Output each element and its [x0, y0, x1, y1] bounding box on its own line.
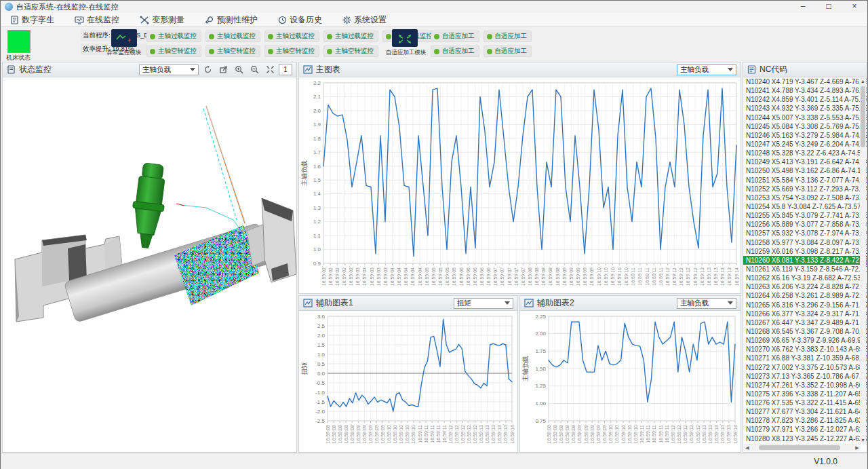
menu-item-online-monitor[interactable]: 在线监控: [71, 13, 126, 27]
svg-text:1.2: 1.2: [313, 219, 321, 225]
maximize-button[interactable]: □: [816, 1, 842, 13]
nc-line[interactable]: N10241 X4.788 Y-3.434 Z-4.893 A-76.062: [743, 86, 867, 95]
panel-title: 辅助图表1: [316, 297, 353, 309]
machine-3d-view[interactable]: [3, 77, 296, 452]
nc-line[interactable]: N10266 X6.377 Y-3.324 Z-9.317 A-71.443: [743, 309, 867, 318]
nc-vertical-scrollbar[interactable]: ▲ ▼: [860, 78, 866, 444]
nc-line[interactable]: N10262 X6.16 Y-3.19 Z-8.682 A-72.534 C: [743, 274, 867, 282]
main-chart-signal-dropdown[interactable]: 主轴负载: [677, 64, 736, 75]
svg-text:16:59:13: 16:59:13: [503, 425, 508, 443]
svg-text:16:59:09: 16:59:09: [374, 425, 379, 443]
nc-line[interactable]: N10251 X5.584 Y-3.136 Z-7.077 A-74.012: [743, 176, 867, 185]
nc-horizontal-scrollbar[interactable]: ◀ ▶: [744, 444, 861, 451]
nc-line[interactable]: N10274 X7.261 Y-3.352 Z-10.998 A-66.67: [743, 381, 867, 390]
viewer-signal-dropdown[interactable]: 主轴负载: [139, 64, 199, 75]
nc-line[interactable]: N10268 X6.545 Y-3.367 Z-9.708 A-70.519: [743, 327, 867, 336]
close-button[interactable]: ×: [842, 1, 867, 13]
overload-monitor-button[interactable]: 主轴过载监控: [146, 31, 201, 42]
overload-monitor-button[interactable]: 主轴过载监控: [323, 31, 378, 42]
zoom-out-button[interactable]: [248, 63, 261, 76]
minimize-button[interactable]: –: [790, 1, 816, 13]
scrollbar-thumb[interactable]: [861, 86, 865, 147]
nc-line[interactable]: N10261 X6.119 Y-3.159 Z-8.546 A-72.701: [743, 265, 867, 274]
aux1-signal-dropdown[interactable]: 扭矩: [454, 298, 513, 309]
nc-line[interactable]: N10245 X5.084 Y-3.308 Z-5.769 A-75.088: [743, 122, 867, 131]
nc-line[interactable]: N10258 X5.977 Y-3.084 Z-8.097 A-73.138: [743, 238, 867, 247]
menu-item-deformation-measure[interactable]: 变形测量: [136, 13, 191, 27]
nc-line[interactable]: N10253 X5.754 Y-3.092 Z-7.508 A-73.677: [743, 193, 867, 202]
nc-code-list[interactable]: N10240 X4.719 Y-3.467 Z-4.669 A-76.396N1…: [743, 77, 867, 444]
nc-line[interactable]: N10272 X7.002 Y-3.375 Z-10.573 A-68.05: [743, 363, 867, 372]
nc-line[interactable]: N10242 X4.859 Y-3.401 Z-5.114 A-75.775: [743, 95, 867, 104]
adaptive-machining-button[interactable]: 自适应加工: [484, 45, 532, 57]
adaptive-machining-button[interactable]: 自适应加工: [431, 31, 479, 42]
abnormal-monitor-module[interactable]: 异常监控模块: [105, 29, 143, 57]
nc-line[interactable]: N10260 X6.081 Y-3.133 Z-8.422 A-72.835: [743, 256, 867, 265]
nc-line[interactable]: N10269 X6.65 Y-3.379 Z-9.926 A-69.947 C: [743, 336, 867, 345]
scroll-left-icon[interactable]: ◀: [744, 445, 751, 451]
nc-line[interactable]: N10275 X7.396 Y-3.338 Z-11.207 A-65.95: [743, 390, 867, 398]
nc-line[interactable]: N10254 X5.8 Y-3.084 Z-7.625 A-73.571 C: [743, 202, 867, 211]
idle-monitor-button[interactable]: 主轴空转监控: [264, 45, 319, 57]
aux2-signal-dropdown[interactable]: 主轴负载: [677, 298, 736, 309]
status-dot-icon: [434, 34, 439, 39]
nc-line[interactable]: N10271 X6.88 Y-3.381 Z-10.359 A-68.711: [743, 354, 867, 362]
menu-item-device-history[interactable]: 设备历史: [274, 13, 329, 27]
adaptive-machining-module[interactable]: 自适应加工模块: [386, 29, 424, 57]
nc-line[interactable]: N10240 X4.719 Y-3.467 Z-4.669 A-76.396: [743, 77, 867, 86]
svg-text:16:59:11: 16:59:11: [658, 425, 663, 443]
nc-line[interactable]: N10279 X7.971 Y-3.266 Z-12.027 A-62.98: [743, 425, 867, 434]
nc-line[interactable]: N10265 X6.316 Y-3.296 Z-9.156 A-71.771: [743, 301, 867, 309]
nc-line[interactable]: N10244 X5.007 Y-3.338 Z-5.553 A-75.297: [743, 113, 867, 122]
nc-line[interactable]: N10249 X5.413 Y-3.191 Z-6.642 A-74.346: [743, 157, 867, 166]
nc-line[interactable]: N10280 X8.123 Y-3.245 Z-12.227 A-62.23: [743, 434, 867, 443]
nc-line[interactable]: N10263 X6.206 Y-3.224 Z-8.828 A-72.33 C: [743, 282, 867, 291]
rotate-view-button[interactable]: [201, 63, 214, 76]
zoom-level-box[interactable]: 1: [279, 64, 292, 75]
scroll-right-icon[interactable]: ▶: [854, 445, 861, 451]
nc-line[interactable]: N10277 X7.677 Y-3.304 Z-11.621 A-64.48: [743, 407, 867, 416]
nc-line[interactable]: N10246 X5.163 Y-3.279 Z-5.984 A-74.892: [743, 131, 867, 140]
menu-item-predictive-maintenance[interactable]: 预测性维护: [201, 13, 264, 27]
svg-text:16:59:10: 16:59:10: [387, 425, 391, 443]
idle-monitor-button[interactable]: 主轴空转监控: [323, 45, 378, 57]
scroll-down-icon[interactable]: ▼: [860, 437, 866, 444]
adaptive-machining-button[interactable]: 自适应加工: [431, 45, 479, 57]
nc-line[interactable]: N10264 X6.258 Y-3.261 Z-8.989 A-72.072: [743, 291, 867, 300]
svg-text:16:59:03: 16:59:03: [362, 267, 367, 286]
svg-text:0.0: 0.0: [317, 371, 326, 377]
svg-text:16:59:13: 16:59:13: [702, 425, 707, 443]
nc-line[interactable]: N10243 X4.932 Y-3.369 Z-5.335 A-75.523: [743, 104, 867, 113]
overload-monitor-button[interactable]: 主轴过载监控: [264, 31, 319, 42]
overload-monitor-button[interactable]: 主轴过载监控: [205, 31, 260, 42]
panel-title: 状态监控: [19, 64, 52, 75]
svg-text:16:59:02: 16:59:02: [335, 267, 340, 286]
svg-text:2.1: 2.1: [313, 94, 321, 100]
nc-line[interactable]: N10273 X7.13 Y-3.365 Z-10.786 A-67.372: [743, 372, 867, 381]
nc-line[interactable]: N10255 X5.845 Y-3.079 Z-7.741 A-73.458: [743, 211, 867, 220]
menu-item-system-settings[interactable]: 系统设置: [338, 13, 393, 27]
zoom-in-button[interactable]: [232, 63, 245, 76]
svg-text:1.5: 1.5: [313, 177, 321, 183]
nc-line[interactable]: N10278 X7.823 Y-3.286 Z-11.825 A-63.73: [743, 416, 867, 425]
nc-line[interactable]: N10276 X7.535 Y-3.322 Z-11.415 A-65.22: [743, 398, 867, 407]
nc-line[interactable]: N10257 X5.932 Y-3.078 Z-7.974 A-73.243: [743, 229, 867, 238]
nc-line[interactable]: N10247 X5.245 Y-3.249 Z-6.204 A-74.701: [743, 140, 867, 149]
export-view-button[interactable]: [216, 63, 230, 76]
nc-line[interactable]: N10252 X5.669 Y-3.112 Z-7.293 A-73.844: [743, 185, 867, 193]
nc-line[interactable]: N10267 X6.447 Y-3.347 Z-9.489 A-71.055: [743, 318, 867, 327]
nc-line[interactable]: N10256 X5.889 Y-3.077 Z-7.858 A-73.348: [743, 220, 867, 229]
adaptive-machining-button[interactable]: 自适应加工: [484, 31, 532, 42]
svg-text:主轴负载: 主轴负载: [521, 356, 529, 381]
chevron-down-icon: [505, 301, 510, 305]
scrollbar-thumb[interactable]: [759, 445, 840, 450]
fit-view-button[interactable]: [263, 63, 277, 76]
menu-item-digital-twin[interactable]: 数字孪生: [6, 13, 61, 27]
idle-monitor-button[interactable]: 主轴空转监控: [146, 45, 201, 57]
scroll-up-icon[interactable]: ▲: [860, 78, 866, 85]
idle-monitor-button[interactable]: 主轴空转监控: [205, 45, 260, 57]
nc-line[interactable]: N10248 X5.328 Y-3.22 Z-6.423 A-74.52 C: [743, 149, 867, 157]
nc-line[interactable]: N10259 X6.016 Y-3.098 Z-8.217 A-73.036: [743, 247, 867, 256]
nc-line[interactable]: N10270 X6.762 Y-3.383 Z-10.143 A-69.34: [743, 345, 867, 354]
nc-line[interactable]: N10250 X5.498 Y-3.162 Z-6.86 A-74.178 C: [743, 166, 867, 175]
